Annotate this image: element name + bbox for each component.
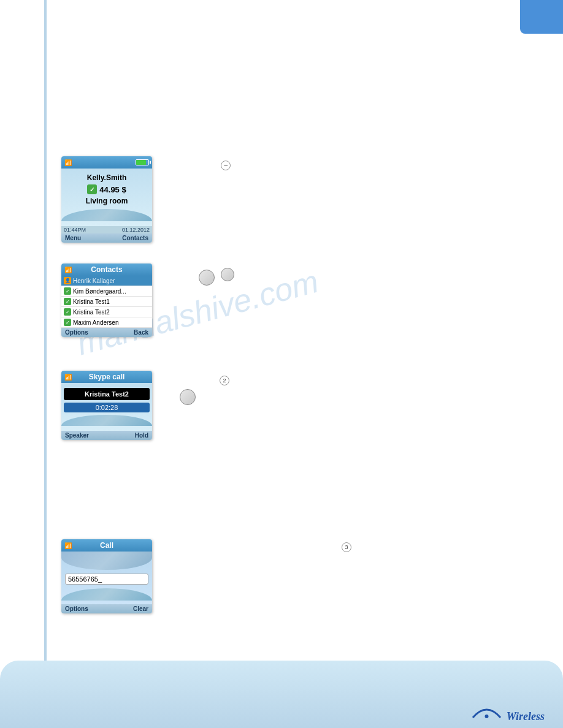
screen3-caller-name: Kristina Test2 xyxy=(64,388,150,400)
screen1-header: 📶 xyxy=(61,156,152,169)
screen2-title: Contacts xyxy=(91,265,122,274)
contact-check-4: ✓ xyxy=(64,319,71,326)
corner-tab xyxy=(520,0,563,34)
screen4-title: Call xyxy=(100,541,113,550)
left-border-line xyxy=(44,0,47,668)
screen1-amount-text: 44.95 $ xyxy=(99,185,126,194)
screen4-footer: Options Clear xyxy=(61,604,152,613)
step-number-minus: − xyxy=(221,161,231,170)
screen4-number-input: 56556765_ xyxy=(65,574,148,585)
screen1-footer-right: Contacts xyxy=(122,235,148,241)
nav-circle-right[interactable] xyxy=(221,268,234,281)
screen3-title: Skype call xyxy=(89,373,125,381)
contact-name-0: Henrik Kallager xyxy=(73,278,115,284)
screen4-wave-top xyxy=(61,552,152,570)
contact-item-3: ✓ Kristina Test2 xyxy=(61,307,152,317)
screen1-datetime: 01:44PM 01.12.2012 xyxy=(61,226,152,233)
screen3-footer-left: Speaker xyxy=(65,432,89,439)
wifi-icon-1: 📶 xyxy=(64,159,72,166)
phone-screen-1: 📶 Kelly.Smith ✓ 44.95 $ Living room 01:4… xyxy=(61,156,152,243)
screen2-footer-left: Options xyxy=(65,329,88,336)
contact-item-2: ✓ Kristina Test1 xyxy=(61,297,152,307)
contact-name-4: Maxim Andersen xyxy=(73,319,118,326)
contacts-list: 👤 Henrik Kallager ✓ Kim Bøndergaard... ✓… xyxy=(61,276,152,328)
nav-circle-left[interactable] xyxy=(199,270,215,286)
screen1-wave xyxy=(61,209,152,221)
phone-screen-4: 📶 Call 56556765_ Options Clear xyxy=(61,539,152,613)
screen1-room: Living room xyxy=(65,197,148,205)
contact-item-0: 👤 Henrik Kallager xyxy=(61,276,152,286)
contact-check-1: ✓ xyxy=(64,287,71,295)
battery-icon-1 xyxy=(136,159,149,165)
screen2-footer: Options Back xyxy=(61,328,152,337)
contact-item-4: ✓ Maxim Andersen xyxy=(61,317,152,328)
wireless-logo-arc xyxy=(470,700,504,719)
screen4-header: 📶 Call xyxy=(61,539,152,552)
screen3-wave xyxy=(61,415,152,426)
screen4-footer-left: Options xyxy=(65,605,88,612)
screen2-header: 📶 Contacts xyxy=(61,264,152,276)
wifi-icon-4: 📶 xyxy=(64,542,72,549)
wifi-icon-3: 📶 xyxy=(64,374,72,381)
contact-check-3: ✓ xyxy=(64,308,71,316)
step-number-2: 2 xyxy=(220,376,229,385)
contact-check-2: ✓ xyxy=(64,298,71,305)
wireless-logo-text: Wireless xyxy=(507,710,545,722)
wireless-logo: Wireless xyxy=(470,700,545,723)
step-number-3: 3 xyxy=(342,542,351,552)
check-badge-1: ✓ xyxy=(87,184,97,194)
screen1-time: 01:44PM xyxy=(64,227,86,233)
wifi-icon-2: 📶 xyxy=(64,267,72,273)
phone-screen-2: 📶 Contacts 👤 Henrik Kallager ✓ Kim Bønde… xyxy=(61,264,152,337)
svg-point-0 xyxy=(485,715,489,718)
phone-screen-3: 📶 Skype call Kristina Test2 0:02:28 Spea… xyxy=(61,371,152,440)
screen1-footer-left: Menu xyxy=(65,235,81,241)
screen3-footer-right: Hold xyxy=(135,432,148,439)
screen1-amount-row: ✓ 44.95 $ xyxy=(65,184,148,194)
screen2-footer-right: Back xyxy=(134,329,148,336)
screen4-body: 56556765_ xyxy=(61,552,152,604)
contact-name-1: Kim Bøndergaard... xyxy=(73,288,126,295)
contact-name-3: Kristina Test2 xyxy=(73,309,110,316)
screen3-duration: 0:02:28 xyxy=(64,403,150,412)
contact-name-2: Kristina Test1 xyxy=(73,298,110,305)
screen1-body: Kelly.Smith ✓ 44.95 $ Living room xyxy=(61,169,152,226)
contact-item-1: ✓ Kim Bøndergaard... xyxy=(61,286,152,297)
contact-user-icon-0: 👤 xyxy=(64,277,71,284)
screen3-header: 📶 Skype call xyxy=(61,371,152,383)
screen4-wave-bottom xyxy=(61,588,152,601)
screen1-date: 01.12.2012 xyxy=(122,227,150,233)
screen1-name: Kelly.Smith xyxy=(65,173,148,182)
screen1-footer: Menu Contacts xyxy=(61,233,152,243)
screen3-body: Kristina Test2 0:02:28 xyxy=(61,383,152,431)
screen3-footer: Speaker Hold xyxy=(61,431,152,440)
screen4-footer-right: Clear xyxy=(133,605,148,612)
nav-circle-screen3[interactable] xyxy=(180,389,196,405)
